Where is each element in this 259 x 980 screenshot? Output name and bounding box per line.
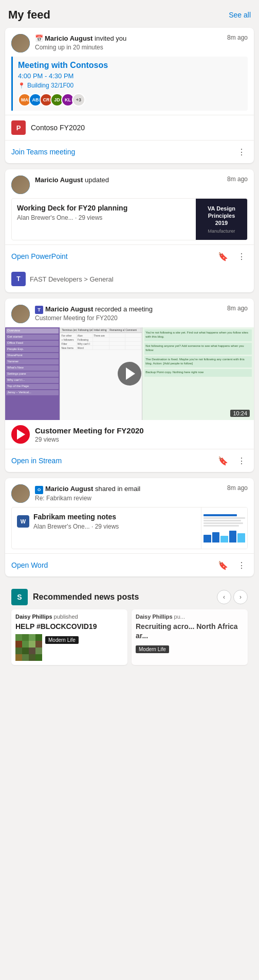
more-options-icon-card4[interactable]: ⋮ bbox=[235, 559, 248, 571]
join-teams-meeting-link[interactable]: Join Teams meeting bbox=[11, 148, 75, 156]
news-next-button[interactable]: › bbox=[233, 590, 248, 604]
mc-cell-6 bbox=[22, 641, 29, 647]
video-play-button[interactable] bbox=[118, 362, 141, 386]
vs-sidebar-item-8: Settings pane bbox=[6, 372, 59, 377]
vs-right-text-3: The Destination is fixed. Maybe you're n… bbox=[145, 357, 251, 366]
card1-file-name: Contoso FY2020 bbox=[31, 124, 85, 132]
open-stream-link[interactable]: Open in Stream bbox=[11, 457, 62, 465]
news-post-2-headline: Recruiting acro... North Africa ar... bbox=[136, 622, 244, 640]
card1-file-attachment: P Contoso FY2020 bbox=[5, 115, 254, 140]
thumbnail-sub: Manufacturer bbox=[208, 229, 235, 234]
teams-icon-inline: T bbox=[35, 306, 43, 314]
vs-right-text-2: Not following anyone yet? Add someone to… bbox=[145, 344, 251, 353]
card2-doc-title: Working Deck for FY20 planning bbox=[17, 204, 186, 212]
vs-sidebar-item-10: Top of the Page bbox=[6, 384, 59, 389]
video-title-area: Customer Meeting for FY2020 29 views bbox=[35, 426, 144, 443]
card2-action-icons: 🔖 ⋮ bbox=[217, 250, 248, 262]
card2-action: updated bbox=[83, 176, 109, 184]
vs-sidebar-item-4: People Exp. bbox=[6, 347, 59, 352]
thumbnail-line1: VA Design bbox=[208, 205, 235, 212]
bookmark-icon-card3[interactable]: 🔖 bbox=[217, 454, 229, 467]
mc-cell-1 bbox=[15, 634, 22, 641]
card4-action-icons: 🔖 ⋮ bbox=[217, 559, 248, 571]
card1-actions: Join Teams meeting ⋮ bbox=[5, 140, 254, 163]
word-share-card: OMaricio August shared in email Re: Fabr… bbox=[5, 478, 254, 576]
bookmark-icon-card2[interactable]: 🔖 bbox=[217, 250, 229, 262]
vs-header-row: Terminus (empty) Following (when empty) … bbox=[60, 327, 142, 333]
thumb-line-1 bbox=[203, 514, 237, 516]
vs-right-text-1: You're not following a site yet. Find ou… bbox=[145, 330, 251, 339]
more-options-icon-card3[interactable]: ⋮ bbox=[235, 454, 248, 467]
open-powerpoint-link[interactable]: Open PowerPoint bbox=[11, 252, 68, 260]
card1-actor-name: Maricio August bbox=[45, 34, 92, 42]
avatar-card2 bbox=[11, 176, 30, 194]
vs-sidebar-item-3: Office Feed bbox=[6, 341, 59, 346]
news-post-1-badge: Modern Life bbox=[45, 636, 79, 644]
news-prev-button[interactable]: ‹ bbox=[217, 590, 231, 604]
news-post-2-badge-area: Modern Life bbox=[136, 643, 244, 653]
news-posts-row: Daisy Phillips published HELP #BLOCKCOVI… bbox=[5, 609, 254, 671]
vs-sidebar-item-6: Yammer bbox=[6, 359, 59, 364]
card1-action-icons: ⋮ bbox=[235, 146, 248, 158]
news-header: S Recommended news posts ‹ › bbox=[5, 583, 254, 609]
vs-right-text-4: Backup Point copy. Nothing here right no… bbox=[145, 370, 251, 374]
see-all-link[interactable]: See all bbox=[229, 11, 251, 19]
card4-doc-text: Fabrikam meeting notes Alan Brewer's One… bbox=[33, 513, 119, 530]
thumb-bar-3 bbox=[220, 536, 228, 542]
news-post-2-author: Daisy Phillips pu... bbox=[136, 614, 244, 620]
card3-time: 8m ago bbox=[227, 305, 248, 312]
thumbnail-line2: Principles bbox=[208, 212, 235, 219]
card3-subtext: Customer Meeting for FY2020 bbox=[35, 314, 222, 322]
card3-actor-text: TMaricio August recorded a meeting bbox=[35, 305, 222, 314]
meeting-content: Meeting with Contosos 4:00 PM - 4:30 PM … bbox=[11, 57, 248, 111]
mc-cell-9 bbox=[15, 647, 22, 654]
channel-info: T FAST Developers > General bbox=[5, 268, 254, 292]
news-card: S Recommended news posts ‹ › Daisy Phill… bbox=[5, 583, 254, 671]
video-title: Customer Meeting for FY2020 bbox=[35, 426, 144, 435]
mc-cell-11 bbox=[29, 647, 35, 654]
thumbnail-line3: 2019 bbox=[215, 219, 228, 226]
thumb-bar-container bbox=[203, 530, 245, 542]
card2-doc-thumbnail: VA Design Principles 2019 Manufacturer bbox=[196, 199, 247, 240]
vs-right-inner: You're not following a site yet. Find ou… bbox=[142, 327, 254, 380]
thumb-text-4 bbox=[203, 525, 239, 527]
bookmark-icon-card4[interactable]: 🔖 bbox=[217, 559, 229, 571]
news-section-title: Recommended news posts bbox=[33, 592, 139, 602]
video-duration: 10:24 bbox=[230, 410, 250, 417]
meeting-time: 4:00 PM - 4:30 PM bbox=[18, 72, 243, 80]
card2-doc-info: Working Deck for FY20 planning Alan Brew… bbox=[12, 199, 191, 240]
video-info-row: Customer Meeting for FY2020 29 views bbox=[11, 425, 248, 444]
card4-time: 8m ago bbox=[227, 484, 248, 492]
powerpoint-icon: P bbox=[11, 120, 26, 135]
news-post-2-badge: Modern Life bbox=[136, 645, 169, 653]
avatar-card1 bbox=[11, 34, 30, 52]
news-post-2-author-name: Daisy Phillips bbox=[136, 614, 173, 620]
meeting-invite-card: 📅Maricio August invited you Coming up in… bbox=[5, 28, 254, 163]
play-triangle-icon bbox=[126, 367, 135, 380]
card4-doc-preview: W Fabrikam meeting notes Alan Brewer's O… bbox=[11, 507, 248, 549]
card1-action: invited you bbox=[92, 34, 126, 42]
mc-cell-10 bbox=[22, 647, 29, 654]
video-views: 29 views bbox=[35, 436, 144, 443]
attendees-extra: +3 bbox=[72, 93, 85, 107]
vs-col-4: Remaining string bbox=[109, 328, 125, 332]
mc-cell-15 bbox=[29, 654, 35, 661]
thumb-bar-2 bbox=[212, 532, 220, 542]
more-options-icon[interactable]: ⋮ bbox=[235, 146, 248, 158]
card4-header-text: OMaricio August shared in email Re: Fabr… bbox=[35, 484, 222, 502]
news-post-1-image-area: Modern Life bbox=[15, 634, 123, 661]
card3-actions: Open in Stream 🔖 ⋮ bbox=[5, 449, 254, 472]
card4-header: OMaricio August shared in email Re: Fabr… bbox=[5, 478, 254, 507]
news-post-2[interactable]: Daisy Phillips pu... Recruiting acro... … bbox=[132, 609, 248, 665]
thumb-text-2 bbox=[203, 520, 241, 521]
news-post-1-thumbnail bbox=[15, 634, 42, 661]
news-nav: ‹ › bbox=[217, 590, 248, 604]
card1-subtext: Coming up in 20 minutes bbox=[35, 44, 222, 51]
card2-actor-name: Maricio August bbox=[35, 176, 83, 184]
card1-time: 8m ago bbox=[227, 34, 248, 41]
more-options-icon-card2[interactable]: ⋮ bbox=[235, 250, 248, 262]
vs-right-section-3: The Destination is fixed. Maybe you're n… bbox=[144, 356, 252, 368]
mc-cell-16 bbox=[35, 654, 42, 661]
news-post-1[interactable]: Daisy Phillips published HELP #BLOCKCOVI… bbox=[11, 609, 127, 665]
open-word-link[interactable]: Open Word bbox=[11, 561, 48, 569]
